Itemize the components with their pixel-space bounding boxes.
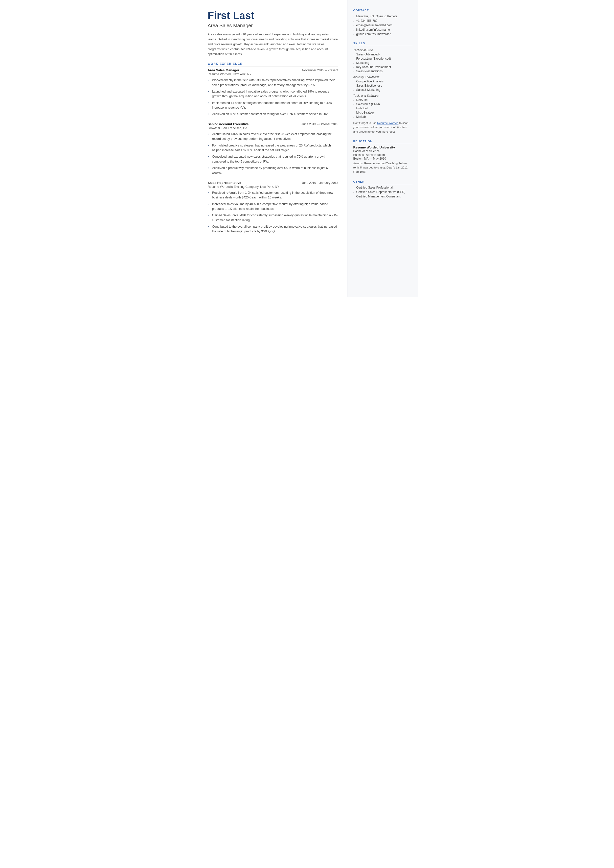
skill-tool-0: NetSuite <box>354 98 412 102</box>
skill-tool-3: MicroStrategy <box>354 111 412 114</box>
education-section: EDUCATION Resume Worded University Bache… <box>354 140 412 174</box>
bullet-3-1: Received referrals from 1.9K satisfied c… <box>208 191 338 200</box>
skill-tech-2: Marketing <box>354 61 412 65</box>
candidate-name: First Last <box>208 10 338 21</box>
job-block-1: Area Sales Manager November 2015 – Prese… <box>208 68 338 117</box>
work-experience-section: WORK EXPERIENCE Area Sales Manager Novem… <box>208 62 338 234</box>
contact-item-1: +1-234-456-789 <box>354 19 412 23</box>
contact-section-title: CONTACT <box>354 9 412 13</box>
contact-item-3: linkedin.com/in/username <box>354 28 412 31</box>
skill-tech-3: Key Account Development <box>354 65 412 69</box>
candidate-title: Area Sales Manager <box>208 23 338 28</box>
job-company-2: Growthsi, San Francisco, CA <box>208 126 338 130</box>
bullet-3-2: Increased sales volume by 40% in a compe… <box>208 202 338 211</box>
bullet-1-2: Launched and executed innovative sales p… <box>208 89 338 99</box>
skill-ind-2: Sales & Marketing <box>354 88 412 92</box>
skill-tool-2: HubSpot <box>354 107 412 110</box>
job-bullets-3: Received referrals from 1.9K satisfied c… <box>208 191 338 234</box>
promo-link[interactable]: Resume Worded <box>377 121 398 124</box>
edu-school: Resume Worded University <box>354 146 412 149</box>
skills-cat-label-0: Technical Skills: <box>354 48 412 52</box>
bullet-2-2: Formulated creative strategies that incr… <box>208 143 338 153</box>
skills-list-technical: Sales (Advanced) Forecasting (Experience… <box>354 53 412 73</box>
bullet-2-4: Achieved a productivity milestone by pro… <box>208 166 338 175</box>
right-column: CONTACT Memphis, TN (Open to Remote) +1-… <box>347 0 419 297</box>
education-section-title: EDUCATION <box>354 140 412 144</box>
edu-degree: Bachelor of Science <box>354 149 412 153</box>
edu-field: Business Administration <box>354 153 412 157</box>
contact-section: CONTACT Memphis, TN (Open to Remote) +1-… <box>354 9 412 36</box>
job-header-1: Area Sales Manager November 2015 – Prese… <box>208 68 338 72</box>
job-bullets-2: Accumulated $16M in sales revenue over t… <box>208 132 338 175</box>
bullet-3-3: Gained SalesForce MVP for consistently s… <box>208 213 338 223</box>
skills-list-tools: NetSuite Salesforce (CRM) HubSpot MicroS… <box>354 98 412 118</box>
skill-tech-1: Forecasting (Experienced) <box>354 57 412 61</box>
candidate-summary: Area sales manager with 10 years of succ… <box>208 32 338 57</box>
bullet-2-1: Accumulated $16M in sales revenue over t… <box>208 132 338 141</box>
edu-awards: Awards: Resume Worded Teaching Fellow (o… <box>354 161 412 174</box>
bullet-2-3: Conceived and executed new sales strateg… <box>208 154 338 164</box>
skills-section: SKILLS Technical Skills: Sales (Advanced… <box>354 42 412 134</box>
job-title-1: Area Sales Manager <box>208 68 239 72</box>
job-company-3: Resume Worded's Exciting Company, New Yo… <box>208 185 338 189</box>
contact-item-0: Memphis, TN (Open to Remote) <box>354 15 412 18</box>
bullet-3-4: Contributed to the overall company profi… <box>208 224 338 234</box>
work-experience-section-title: WORK EXPERIENCE <box>208 62 338 67</box>
skills-cat-label-1: Industry Knowledge: <box>354 76 412 79</box>
other-list: Certified Sales Professional. Certified … <box>354 186 412 198</box>
job-header-2: Senior Account Executive June 2013 – Oct… <box>208 122 338 126</box>
other-item-1: Certified Sales Representative (CSR). <box>354 190 412 194</box>
contact-item-4: github.com/resumeworded <box>354 33 412 36</box>
promo-text-before: Don't forget to use <box>354 121 377 124</box>
contact-item-2: email@resumeworded.com <box>354 23 412 27</box>
other-section-title: OTHER <box>354 180 412 184</box>
job-title-2: Senior Account Executive <box>208 122 249 126</box>
job-dates-3: June 2010 – January 2013 <box>301 181 338 185</box>
edu-location: Boston, MA — May 2010 <box>354 157 412 160</box>
left-column: First Last Area Sales Manager Area sales… <box>196 0 347 297</box>
other-item-0: Certified Sales Professional. <box>354 186 412 189</box>
skill-tech-0: Sales (Advanced) <box>354 53 412 56</box>
skill-ind-0: Competitive Analysis <box>354 80 412 83</box>
job-block-2: Senior Account Executive June 2013 – Oct… <box>208 122 338 175</box>
skills-section-title: SKILLS <box>354 42 412 46</box>
other-section: OTHER Certified Sales Professional. Cert… <box>354 180 412 198</box>
job-dates-2: June 2013 – October 2015 <box>301 123 338 126</box>
skills-list-industry: Competitive Analysis Sales Effectiveness… <box>354 80 412 92</box>
skill-tool-1: Salesforce (CRM) <box>354 102 412 106</box>
bullet-1-4: Achieved an 80% customer satisfaction ra… <box>208 112 338 116</box>
bullet-1-3: Implemented 14 sales strategies that boo… <box>208 101 338 110</box>
job-header-3: Sales Representative June 2010 – January… <box>208 181 338 185</box>
other-item-2: Certified Management Consultant. <box>354 195 412 198</box>
job-dates-1: November 2015 – Present <box>302 68 338 72</box>
promo-note: Don't forget to use Resume Worded to sca… <box>354 121 412 134</box>
job-company-1: Resume Worded, New York, NY <box>208 73 338 76</box>
job-title-3: Sales Representative <box>208 181 241 185</box>
contact-list: Memphis, TN (Open to Remote) +1-234-456-… <box>354 15 412 36</box>
job-block-3: Sales Representative June 2010 – January… <box>208 181 338 234</box>
skill-ind-1: Sales Effectiveness <box>354 84 412 87</box>
skill-tech-4: Sales Presentations <box>354 70 412 73</box>
skill-tool-4: Minitab <box>354 115 412 118</box>
job-bullets-1: Worked directly in the field with 230 sa… <box>208 78 338 117</box>
bullet-1-1: Worked directly in the field with 230 sa… <box>208 78 338 88</box>
skills-cat-label-2: Tools and Software: <box>354 94 412 98</box>
